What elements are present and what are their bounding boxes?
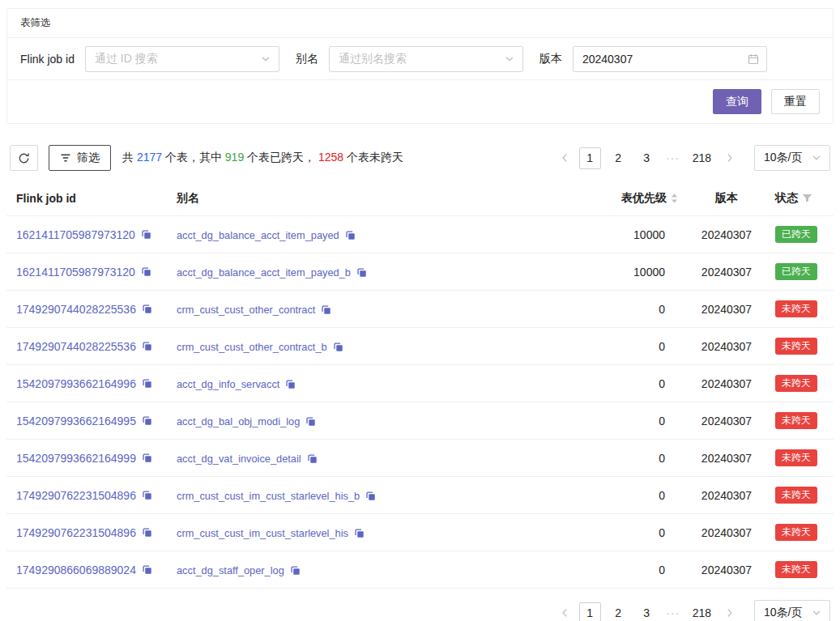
copy-icon[interactable] — [356, 267, 367, 278]
version-date-picker[interactable] — [573, 46, 767, 72]
job-id-link[interactable]: 1749290744028225536 — [16, 303, 136, 316]
job-id-link[interactable]: 1542097993662164995 — [16, 415, 136, 427]
refresh-button[interactable] — [10, 145, 38, 171]
copy-icon[interactable] — [142, 564, 152, 575]
alias-link[interactable]: acct_dg_balance_acct_item_payed_b — [177, 266, 351, 279]
copy-icon[interactable] — [142, 304, 152, 314]
alias-link[interactable]: crm_cust_cust_im_cust_starlevel_his_b — [177, 490, 360, 502]
job-id-link[interactable]: 1749290762231504896 — [16, 526, 136, 539]
col-header-version: 版本 — [688, 181, 765, 216]
alias-link[interactable]: crm_cust_cust_other_contract — [177, 304, 315, 316]
copy-icon[interactable] — [142, 453, 152, 463]
copy-icon[interactable] — [307, 453, 318, 464]
job-id-link[interactable]: 1621411705987973120 — [16, 266, 135, 279]
copy-icon[interactable] — [305, 416, 316, 427]
pagination-next[interactable] — [720, 602, 740, 621]
pagination-page-3[interactable]: 3 — [636, 602, 658, 621]
status-badge: 未跨天 — [775, 375, 817, 392]
job-id-link[interactable]: 1749290744028225536 — [16, 340, 136, 353]
jobid-field-label: Flink job id — [20, 53, 75, 66]
copy-icon[interactable] — [142, 490, 152, 500]
copy-icon[interactable] — [333, 342, 343, 352]
alias-link[interactable]: acct_dg_balance_acct_item_payed — [177, 229, 339, 241]
pagination-page-218[interactable]: 218 — [689, 147, 715, 169]
page-size-value: 10条/页 — [764, 151, 802, 165]
pagination-page-1[interactable]: 1 — [579, 147, 601, 169]
table-row: 1542097993662164996acct_dg_info_servacct… — [6, 365, 834, 402]
alias-link[interactable]: acct_dg_staff_oper_log — [177, 564, 284, 576]
col-header-status: 状态 — [765, 181, 834, 216]
pagination-page-2[interactable]: 2 — [608, 602, 629, 621]
chevron-down-icon — [812, 608, 821, 618]
copy-icon[interactable] — [365, 491, 376, 501]
alias-select[interactable]: 通过别名搜索 — [329, 46, 523, 72]
col-header-alias: 别名 — [167, 181, 534, 216]
sort-carets-icon[interactable] — [671, 193, 678, 204]
pagination-prev[interactable] — [555, 147, 574, 169]
page-size-select[interactable]: 10条/页 — [754, 145, 830, 171]
pagination-next[interactable] — [720, 147, 740, 169]
copy-icon[interactable] — [321, 304, 331, 315]
reset-button[interactable]: 重置 — [771, 89, 820, 114]
copy-icon[interactable] — [285, 379, 296, 389]
data-table: Flink job id 别名 表优先级 版本 状态 — [6, 181, 834, 589]
job-id-link[interactable]: 1749290762231504896 — [16, 489, 136, 502]
alias-link[interactable]: acct_dg_vat_invoice_detail — [177, 453, 301, 465]
version-value: 20240307 — [688, 402, 765, 440]
copy-icon[interactable] — [141, 229, 151, 240]
bottom-pagination-bar: 123···218 10条/页 — [10, 600, 830, 621]
filter-fields-row: Flink job id 通过 ID 搜索 别名 通过别名搜索 版本 — [7, 38, 833, 79]
col-header-priority[interactable]: 表优先级 — [534, 181, 688, 216]
status-badge: 已跨天 — [775, 263, 817, 280]
version-value: 20240307 — [688, 514, 765, 551]
pagination-page-1[interactable]: 1 — [579, 602, 601, 621]
status-header-label: 状态 — [775, 191, 798, 206]
pagination-page-2[interactable]: 2 — [608, 147, 629, 169]
pagination-prev[interactable] — [555, 602, 574, 621]
pagination-page-218[interactable]: 218 — [689, 602, 715, 621]
table-row: 1542097993662164995acct_dg_bal_obj_modi_… — [6, 402, 834, 440]
job-id-link[interactable]: 1542097993662164996 — [16, 377, 136, 390]
copy-icon[interactable] — [345, 230, 356, 240]
copy-icon[interactable] — [354, 528, 365, 538]
job-id-link[interactable]: 1621411705987973120 — [16, 228, 135, 241]
alias-field: 别名 通过别名搜索 — [296, 46, 523, 72]
copy-icon[interactable] — [142, 415, 152, 426]
summary-suffix: 个表未跨天 — [343, 151, 403, 164]
copy-icon[interactable] — [142, 378, 152, 389]
version-value: 20240307 — [688, 440, 765, 477]
filter-funnel-icon[interactable] — [802, 194, 812, 203]
copy-icon[interactable] — [142, 527, 152, 538]
query-button[interactable]: 查询 — [713, 89, 761, 114]
version-input[interactable] — [574, 53, 766, 66]
page-size-value: 10条/页 — [764, 606, 802, 620]
alias-link[interactable]: crm_cust_cust_im_cust_starlevel_his — [177, 527, 348, 539]
alias-link[interactable]: acct_dg_info_servacct — [177, 378, 279, 390]
version-field-label: 版本 — [539, 52, 562, 66]
priority-value: 0 — [534, 440, 688, 477]
alias-link[interactable]: crm_cust_cust_other_contract_b — [177, 341, 327, 353]
jobid-select[interactable]: 通过 ID 搜索 — [85, 46, 279, 72]
version-value: 20240307 — [688, 216, 765, 253]
pagination-ellipsis[interactable]: ··· — [663, 151, 684, 164]
jobid-field: Flink job id 通过 ID 搜索 — [20, 46, 279, 72]
copy-icon[interactable] — [142, 341, 152, 351]
filter-card-title: 表筛选 — [7, 9, 833, 38]
copy-icon[interactable] — [141, 266, 151, 277]
pagination-page-3[interactable]: 3 — [636, 147, 658, 169]
chevron-down-icon — [261, 54, 271, 64]
job-id-link[interactable]: 1749290866069889024 — [16, 564, 136, 576]
chevron-down-icon — [505, 54, 514, 64]
filter-toggle-button[interactable]: 筛选 — [49, 145, 111, 171]
pagination-ellipsis[interactable]: ··· — [663, 606, 684, 619]
filter-button-label: 筛选 — [77, 151, 100, 165]
job-id-link[interactable]: 1542097993662164999 — [16, 452, 136, 465]
status-badge: 未跨天 — [775, 449, 817, 466]
version-field: 版本 — [539, 46, 767, 72]
calendar-icon — [748, 53, 759, 65]
result-summary: 共 2177 个表，其中 919 个表已跨天， 1258 个表未跨天 — [122, 151, 403, 165]
copy-icon[interactable] — [290, 565, 301, 576]
alias-link[interactable]: acct_dg_bal_obj_modi_log — [177, 415, 300, 427]
priority-value: 0 — [534, 291, 688, 328]
page-size-select[interactable]: 10条/页 — [754, 600, 830, 621]
